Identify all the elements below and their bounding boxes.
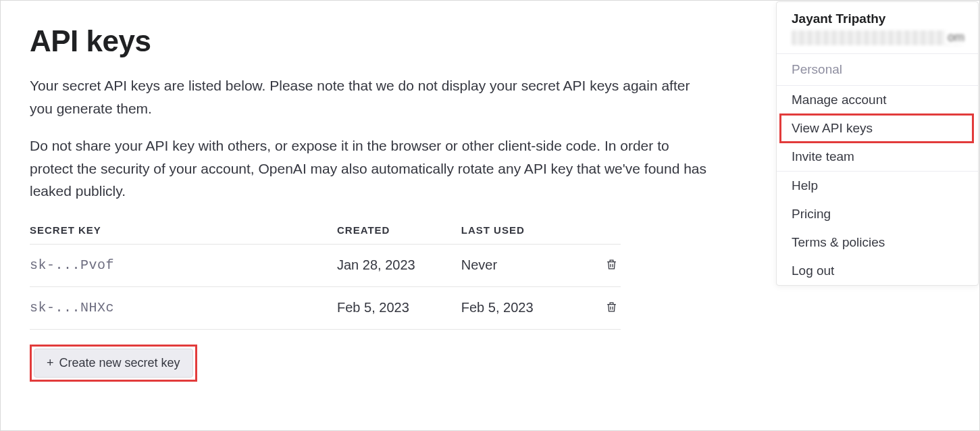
menu-item-manage-account[interactable]: Manage account (777, 86, 978, 114)
account-dropdown-menu: Jayant Tripathy Personal Manage account … (776, 1, 979, 286)
menu-item-view-api-keys[interactable]: View API keys (779, 113, 974, 143)
menu-item-help[interactable]: Help (777, 172, 978, 200)
menu-email-blurred (792, 30, 963, 45)
menu-item-logout[interactable]: Log out (777, 257, 978, 285)
menu-header: Jayant Tripathy (777, 2, 978, 53)
menu-username: Jayant Tripathy (792, 11, 963, 26)
menu-section-label: Personal (777, 54, 978, 85)
menu-item-invite-team[interactable]: Invite team (777, 143, 978, 171)
menu-item-terms[interactable]: Terms & policies (777, 228, 978, 257)
menu-item-pricing[interactable]: Pricing (777, 200, 978, 228)
